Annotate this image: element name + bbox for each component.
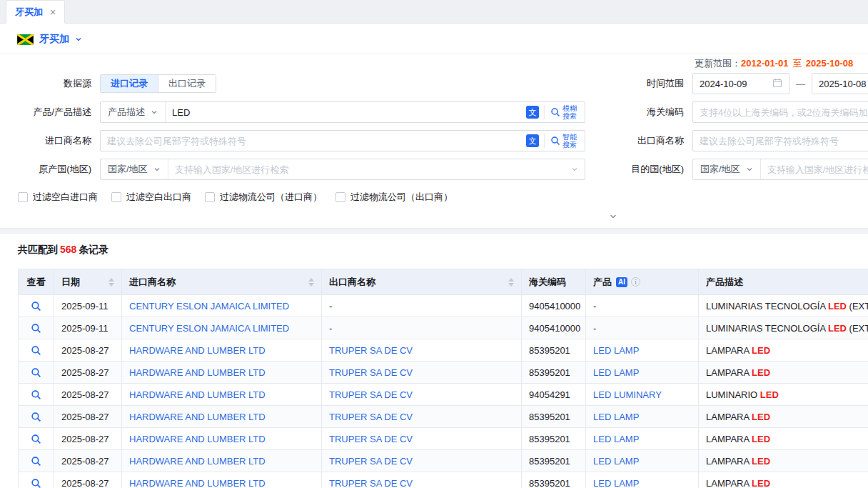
product-link[interactable]: LED LAMP xyxy=(593,434,639,444)
exporter-cell: TRUPER SA DE CV xyxy=(322,428,522,450)
filter-checkbox-empty-importer[interactable]: 过滤空白进口商 xyxy=(18,191,98,204)
exporter-link[interactable]: TRUPER SA DE CV xyxy=(329,434,413,444)
row-date: 2025-08-27 xyxy=(54,384,122,406)
row-hs-code: 85395201 xyxy=(522,450,586,472)
desc-highlight: LED xyxy=(752,345,770,356)
view-detail-button[interactable] xyxy=(31,456,41,467)
importer-link[interactable]: HARDWARE AND LUMBER LTD xyxy=(129,478,266,488)
view-detail-button[interactable] xyxy=(31,323,41,334)
checkbox[interactable] xyxy=(111,192,121,202)
panel-divider xyxy=(0,228,868,234)
view-detail-button[interactable] xyxy=(31,367,41,378)
product-link[interactable]: LED LAMP xyxy=(593,412,639,422)
desc-pre: LUMINARIAS TECNOLOGÍA xyxy=(706,301,828,312)
product-link[interactable]: LED LAMP xyxy=(593,345,639,356)
product-cell: LED LAMP xyxy=(586,428,699,450)
translate-icon[interactable]: 文 xyxy=(526,134,539,147)
product-link[interactable]: LED LAMP xyxy=(593,367,639,378)
tab-jamaica[interactable]: 牙买加 × xyxy=(6,0,65,24)
desc-highlight: LED xyxy=(752,478,770,488)
view-detail-button[interactable] xyxy=(31,412,41,422)
view-detail-button[interactable] xyxy=(31,434,41,444)
col-exporter[interactable]: 出口商名称 xyxy=(322,269,522,295)
exporter-link[interactable]: TRUPER SA DE CV xyxy=(329,367,413,378)
filter-checkbox-logistics-exporter[interactable]: 过滤物流公司（出口商） xyxy=(335,191,453,204)
product-field-select[interactable]: 产品描述 xyxy=(101,102,166,122)
col-date[interactable]: 日期 xyxy=(54,269,122,295)
country-name[interactable]: 牙买加 xyxy=(39,33,69,46)
importer-link[interactable]: HARDWARE AND LUMBER LTD xyxy=(129,345,266,356)
checkbox[interactable] xyxy=(18,192,28,202)
country-chevron-down-icon[interactable] xyxy=(75,36,82,43)
col-importer[interactable]: 进口商名称 xyxy=(122,269,322,295)
chevron-down-icon xyxy=(151,109,158,116)
col-hs-code: 海关编码 xyxy=(522,269,586,295)
importer-link[interactable]: HARDWARE AND LUMBER LTD xyxy=(129,434,266,444)
origin-country-input[interactable] xyxy=(168,159,571,179)
view-detail-button[interactable] xyxy=(31,301,41,312)
results-table: 查看 日期 进口商名称 出口商名称 海关编码 产品AIi 产品描述 xyxy=(18,269,868,488)
exporter-link[interactable]: TRUPER SA DE CV xyxy=(329,345,413,356)
importer-link[interactable]: HARDWARE AND LUMBER LTD xyxy=(129,456,266,467)
row-description: LAMPARA LED xyxy=(699,428,868,450)
checkbox[interactable] xyxy=(205,192,215,202)
export-records-tab[interactable]: 出口记录 xyxy=(158,75,216,92)
view-detail-button[interactable] xyxy=(31,345,41,356)
checkbox[interactable] xyxy=(335,192,345,202)
importer-link[interactable]: HARDWARE AND LUMBER LTD xyxy=(129,412,266,422)
origin-region-select[interactable]: 国家/地区 xyxy=(101,159,168,179)
row-date: 2025-08-27 xyxy=(54,362,122,384)
exporter-link[interactable]: TRUPER SA DE CV xyxy=(329,456,413,467)
table-row: 2025-08-27 HARDWARE AND LUMBER LTD TRUPE… xyxy=(19,450,868,472)
search-icon xyxy=(31,478,41,488)
row-description: LAMPARA LED xyxy=(699,339,868,362)
row-date: 2025-08-27 xyxy=(54,406,122,428)
filter-checkbox-empty-exporter[interactable]: 过滤空白出口商 xyxy=(111,191,191,204)
sort-icon[interactable] xyxy=(508,278,514,287)
importer-link[interactable]: HARDWARE AND LUMBER LTD xyxy=(129,389,266,400)
desc-highlight: LED xyxy=(828,323,847,334)
sort-icon[interactable] xyxy=(308,278,314,287)
importer-link[interactable]: CENTURY ESLON JAMAICA LIMITED xyxy=(129,323,289,334)
row-hs-code: 85395201 xyxy=(522,472,586,488)
search-icon xyxy=(31,301,41,312)
desc-pre: LUMINARIAS TECNOLOGÍA xyxy=(706,323,828,334)
tab-close-icon[interactable]: × xyxy=(50,7,56,17)
product-label: 产品/产品描述 xyxy=(0,106,100,119)
import-records-tab[interactable]: 进口记录 xyxy=(101,75,158,92)
exporter-link[interactable]: TRUPER SA DE CV xyxy=(329,412,413,422)
product-cell: LED LAMP xyxy=(586,406,699,428)
end-date-input[interactable]: 2025-10-08 xyxy=(812,73,868,94)
smart-search-button[interactable]: 智能搜索 xyxy=(544,134,579,148)
view-detail-button[interactable] xyxy=(31,389,41,400)
view-detail-button[interactable] xyxy=(31,478,41,488)
fuzzy-search-button[interactable]: 模糊搜索 xyxy=(544,105,579,119)
desc-pre: LAMPARA xyxy=(706,345,752,356)
sort-icon[interactable] xyxy=(108,278,114,287)
product-cell: - xyxy=(586,317,699,339)
product-link[interactable]: LED LAMP xyxy=(593,478,639,488)
destination-region-select[interactable]: 国家/地区 xyxy=(693,159,761,179)
page: 牙买加 × 牙买加 更新范围：2012-01-01 至 2025-10-08 xyxy=(0,0,868,488)
filter-checkbox-logistics-importer[interactable]: 过滤物流公司（进口商） xyxy=(205,191,322,204)
exporter-cell: TRUPER SA DE CV xyxy=(322,472,522,488)
table-row: 2025-08-27 HARDWARE AND LUMBER LTD TRUPE… xyxy=(19,362,868,384)
start-date-input[interactable]: 2024-10-09 xyxy=(692,73,789,94)
chevron-down-icon[interactable] xyxy=(571,166,585,173)
importer-name-input[interactable] xyxy=(101,131,526,151)
exporter-link[interactable]: TRUPER SA DE CV xyxy=(329,478,413,488)
product-link[interactable]: LED LUMINARY xyxy=(593,389,662,400)
hs-code-input[interactable] xyxy=(692,101,868,123)
desc-highlight: LED xyxy=(760,389,779,400)
table-row: 2025-08-27 HARDWARE AND LUMBER LTD TRUPE… xyxy=(19,472,868,488)
product-link[interactable]: LED LAMP xyxy=(593,456,639,467)
importer-link[interactable]: HARDWARE AND LUMBER LTD xyxy=(129,367,266,378)
importer-link[interactable]: CENTURY ESLON JAMAICA LIMITED xyxy=(129,301,289,312)
translate-icon[interactable]: 文 xyxy=(526,106,539,119)
info-icon[interactable]: i xyxy=(631,277,640,287)
exporter-name-input[interactable] xyxy=(692,130,868,151)
exporter-link[interactable]: TRUPER SA DE CV xyxy=(329,389,413,400)
destination-country-input[interactable] xyxy=(761,159,868,179)
product-search-input[interactable] xyxy=(166,102,526,122)
collapse-panel-button[interactable] xyxy=(603,211,623,222)
